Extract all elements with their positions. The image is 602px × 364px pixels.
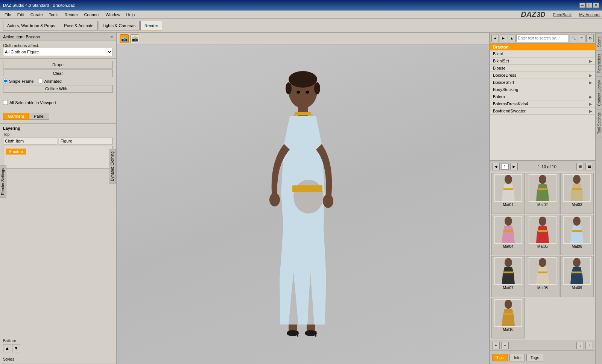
braxton-tag[interactable]: Braxton xyxy=(6,149,26,155)
svg-point-40 xyxy=(539,258,546,267)
menu-tools[interactable]: Tools xyxy=(46,12,62,18)
cat-bolerodresskids4[interactable]: BolerosDressKids4 ▶ xyxy=(490,100,595,108)
thumb-mat02[interactable]: Mat02 xyxy=(526,173,559,214)
nav-prev-button[interactable]: ◄ xyxy=(491,35,499,42)
figure-container xyxy=(117,44,489,364)
nav-next-button[interactable]: ► xyxy=(500,35,507,42)
close-button[interactable]: ✕ xyxy=(593,3,599,8)
garment-tab[interactable]: Garment xyxy=(3,113,29,120)
drape-button[interactable]: Drape xyxy=(3,61,113,68)
render-settings-tab[interactable]: Render Settings xyxy=(0,165,6,198)
snapshot-icon[interactable]: 📸 xyxy=(130,34,139,43)
export-button[interactable]: ↑ xyxy=(585,342,593,349)
viewport-toolbar: 📷 📸 xyxy=(117,33,489,44)
left-panel-header: Active Item: Braxton ≡ xyxy=(0,33,116,41)
camera-icon[interactable]: 📷 xyxy=(120,34,129,43)
menu-create[interactable]: Create xyxy=(27,12,46,18)
expand-arrow6: ▶ xyxy=(589,109,592,113)
nav-up-button[interactable]: ▲ xyxy=(508,35,515,42)
minimize-button[interactable]: ─ xyxy=(579,3,585,8)
single-frame-radio[interactable]: Single Frame xyxy=(3,79,33,83)
menu-window[interactable]: Window xyxy=(102,12,123,18)
info-tab[interactable]: Info xyxy=(509,354,524,361)
menu-help[interactable]: Help xyxy=(123,12,138,18)
toolbar-lights[interactable]: Lights & Cameras xyxy=(99,21,140,30)
page-next-button[interactable]: ► xyxy=(510,163,518,170)
menu-render[interactable]: Render xyxy=(61,12,81,18)
thumb-mat05[interactable]: Mat05 xyxy=(526,215,559,256)
layering-spacer xyxy=(0,171,116,336)
cloth-actions-select[interactable]: All Cloth on Figure xyxy=(3,48,113,56)
svg-point-13 xyxy=(286,82,292,94)
tool-settings-tab[interactable]: Tool Settings xyxy=(596,109,602,137)
tips-tab[interactable]: Tips xyxy=(492,354,508,361)
cat-bodiceshirt[interactable]: BodiceShirt ▶ xyxy=(490,79,595,86)
svg-rect-26 xyxy=(572,188,582,190)
thumb-mat06[interactable]: Mat06 xyxy=(560,215,594,256)
svg-rect-29 xyxy=(503,230,513,232)
tags-tab[interactable]: Tags xyxy=(526,354,543,361)
title-bar: DAZ Studio 4.0 Standard - Braxton.daz ─ … xyxy=(0,0,602,11)
window-title: DAZ Studio 4.0 Standard - Braxton.daz xyxy=(3,3,75,8)
cat-bodicedress[interactable]: BodiceDress ▶ xyxy=(490,72,595,79)
thumb-mat09[interactable]: Mat09 xyxy=(560,256,594,297)
panel-tab[interactable]: Panel xyxy=(29,113,49,120)
garment-panel-tabs: Garment Panel xyxy=(0,109,116,124)
expand-arrow5: ▶ xyxy=(589,102,592,106)
thumb-mat04[interactable]: Mat04 xyxy=(491,215,525,256)
toolbar-render[interactable]: Render xyxy=(140,21,162,30)
thumb-img-mat04 xyxy=(494,216,522,244)
menu-file[interactable]: File xyxy=(2,12,14,18)
feedback-link[interactable]: FeedBack xyxy=(553,12,572,17)
cat-bodystocking[interactable]: BodyStocking xyxy=(490,86,595,93)
dynamic-clothing-tab[interactable]: Dynamic Clothing xyxy=(109,149,116,184)
svg-point-2 xyxy=(293,180,324,214)
menu-edit[interactable]: Edit xyxy=(14,12,27,18)
panel-settings-button[interactable]: ⚙ xyxy=(586,35,594,42)
page-prev-button[interactable]: ◄ xyxy=(492,163,500,170)
cat-bikiniset[interactable]: BikiniSet ▶ xyxy=(490,58,595,65)
animated-radio[interactable]: Animated xyxy=(38,79,61,83)
svg-point-16 xyxy=(306,91,309,94)
account-link[interactable]: My Account xyxy=(579,12,600,17)
content-library-tab[interactable]: Content Library xyxy=(596,77,602,109)
top-label: Top xyxy=(3,132,113,136)
thumb-mat10[interactable]: Mat10 xyxy=(491,298,525,339)
svg-point-12 xyxy=(289,71,317,88)
thumb-size-btn[interactable]: ⊞ xyxy=(576,163,584,170)
panel-options-icon[interactable]: ≡ xyxy=(111,35,113,39)
clear-button[interactable]: Clear xyxy=(3,70,113,77)
up-button[interactable]: ▲ xyxy=(3,344,11,352)
page-number[interactable]: 1 xyxy=(501,164,509,170)
cat-blouse[interactable]: Blouse xyxy=(490,65,595,72)
thumb-mat07[interactable]: Mat07 xyxy=(491,256,525,297)
view-options-button[interactable]: ≡ xyxy=(578,35,585,42)
parameters-tab[interactable]: Parameters xyxy=(596,50,602,77)
svg-rect-23 xyxy=(538,188,547,190)
cat-boyfriendsweater[interactable]: BoyfriendSweater ▶ xyxy=(490,108,595,115)
selected-item-row: Braxton xyxy=(490,44,595,50)
toolbar-pose[interactable]: Pose & Animate xyxy=(60,21,97,30)
import-button[interactable]: ↓ xyxy=(576,342,584,349)
add-item-button[interactable]: + xyxy=(492,342,500,349)
viewport-canvas[interactable] xyxy=(117,44,489,364)
all-selectable-checkbox[interactable]: All Selectable in Viewport xyxy=(3,100,113,105)
menu-connect[interactable]: Connect xyxy=(81,12,103,18)
maximize-button[interactable]: □ xyxy=(586,3,592,8)
list-view-btn[interactable]: ☰ xyxy=(585,163,593,170)
thumb-mat08[interactable]: Mat08 xyxy=(526,256,559,297)
collide-button[interactable]: Collide With... xyxy=(3,85,113,93)
selected-item-label: Braxton xyxy=(493,45,509,49)
thumb-mat03[interactable]: Mat03 xyxy=(560,173,594,214)
scene-tab[interactable]: Scene xyxy=(596,33,602,50)
thumb-img-mat01 xyxy=(494,174,522,202)
down-button[interactable]: ▼ xyxy=(12,344,20,352)
thumb-mat01[interactable]: Mat01 xyxy=(491,173,525,214)
cat-bikini[interactable]: Bikini xyxy=(490,50,595,58)
svg-rect-41 xyxy=(538,271,547,273)
cat-bolero[interactable]: Bolero ▶ xyxy=(490,93,595,100)
search-button[interactable]: 🔍 xyxy=(570,35,577,42)
search-input[interactable] xyxy=(516,35,569,42)
remove-item-button[interactable]: − xyxy=(501,342,509,349)
toolbar-actors[interactable]: Actors, Wardrobe & Props xyxy=(3,21,59,30)
